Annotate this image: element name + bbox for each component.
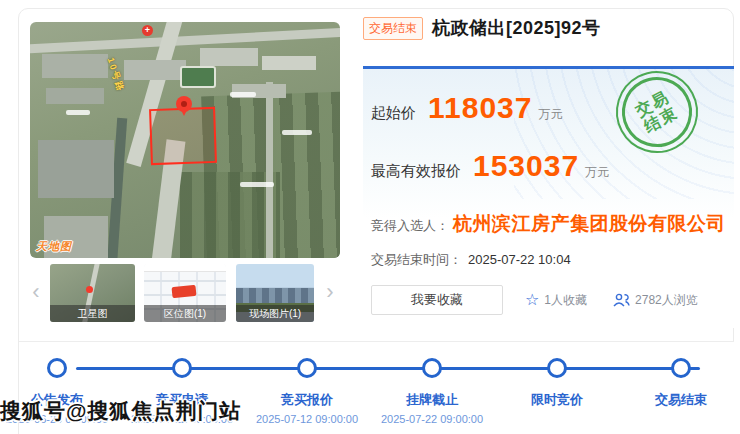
favorite-count-group[interactable]: ☆ 1人收藏 <box>525 292 587 309</box>
timeline-stage-listing-deadline: 挂牌截止 2025-07-22 09:00:00 <box>372 358 492 425</box>
timeline-dot <box>47 358 67 378</box>
carousel-next-icon[interactable]: › <box>320 280 340 306</box>
sohu-watermark: 搜狐号@搜狐焦点荆门站 <box>0 397 241 425</box>
deal-closed-stamp: 交易 结束 <box>602 57 713 168</box>
start-price-value: 118037 <box>428 91 532 125</box>
map-buildings-2 <box>38 140 114 198</box>
thumbnail-label: 卫星图 <box>50 305 135 322</box>
view-count: 2782人浏览 <box>635 292 698 309</box>
stage-date: 2025-07-12 09:00:00 <box>247 413 367 425</box>
thumbnail-satellite[interactable]: 卫星图 <box>50 264 135 322</box>
stamp-inner-ring: 交易 结束 <box>610 65 705 160</box>
thumbnail-site-photo[interactable]: 现场图片(1) <box>236 264 314 322</box>
timeline-dot <box>297 358 317 378</box>
thumbnail-label: 现场图片(1) <box>236 305 314 322</box>
thumbnail-label: 区位图(1) <box>144 305 226 322</box>
end-time-value: 2025-07-22 10:04 <box>468 252 571 267</box>
transaction-detail-card: 起始价 118037 万元 最高有效报价 153037 万元 交易 结束 竞得入… <box>363 66 734 328</box>
timeline-dot <box>547 358 567 378</box>
timeline-dot <box>422 358 442 378</box>
thumbnail-location-map[interactable]: 区位图(1) <box>144 264 226 322</box>
stage-label: 交易结束 <box>621 391 740 409</box>
highest-bid-label: 最高有效报价 <box>371 162 461 181</box>
favorite-button[interactable]: 我要收藏 <box>371 285 503 315</box>
winner-value: 杭州滨江房产集团股份有限公司 <box>453 211 726 237</box>
stage-label: 限时竞价 <box>497 391 617 409</box>
stage-date: 2025-07-22 09:00:00 <box>372 413 492 425</box>
map-text-dash <box>66 110 90 115</box>
highest-bid-value: 153037 <box>473 149 579 183</box>
timeline-stage-bidding: 竞买报价 2025-07-12 09:00:00 <box>247 358 367 425</box>
stage-label: 竞买报价 <box>247 391 367 409</box>
satellite-map[interactable]: + 10号路 天地图 <box>30 22 340 258</box>
map-buildings-3 <box>200 48 258 66</box>
timeline-stage-closed: 交易结束 <box>621 358 740 413</box>
map-sports-field <box>180 66 216 88</box>
timeline-dot <box>172 358 192 378</box>
tianditu-logo: 天地图 <box>36 239 72 254</box>
stage-label: 挂牌截止 <box>372 391 492 409</box>
end-time-label: 交易结束时间： <box>371 251 462 269</box>
timeline-stage-limited-bidding: 限时竞价 <box>497 358 617 413</box>
hospital-icon: + <box>142 25 153 36</box>
page-title: 杭政储出[2025]92号 <box>432 16 601 40</box>
thumb-pin-icon <box>86 286 93 293</box>
viewers-icon <box>613 293 630 307</box>
star-icon: ☆ <box>525 292 539 308</box>
favorite-count: 1人收藏 <box>544 292 587 309</box>
thumb-map-titlebar <box>144 264 226 272</box>
highest-bid-unit: 万元 <box>585 164 609 181</box>
status-badge: 交易结束 <box>363 17 423 40</box>
start-price-unit: 万元 <box>538 106 562 123</box>
map-text-dash <box>282 130 312 135</box>
carousel-prev-icon[interactable]: ‹ <box>26 280 46 306</box>
map-buildings <box>42 54 108 78</box>
start-price-label: 起始价 <box>371 104 416 123</box>
map-pin-icon <box>176 96 192 112</box>
map-text-dash <box>230 92 256 97</box>
map-road-horizontal <box>30 27 340 53</box>
map-road-vertical <box>266 82 273 258</box>
timeline-dot <box>671 358 691 378</box>
map-text-dash <box>240 182 274 187</box>
winner-label: 竞得入选人： <box>371 217 449 235</box>
